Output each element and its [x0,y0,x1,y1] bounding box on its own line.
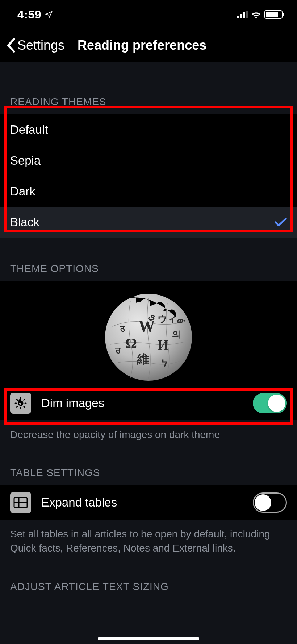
svg-line-20 [24,399,25,400]
svg-text:維: 維 [137,352,149,366]
expand-tables-label: Expand tables [41,496,243,509]
status-indicators [237,10,283,19]
theme-option-default[interactable]: Default [0,114,297,145]
theme-option-dark[interactable]: Dark [0,176,297,207]
brightness-icon [10,393,31,414]
table-settings-header: TABLE SETTINGS [0,442,297,485]
reading-themes-header: READING THEMES [0,62,297,114]
dim-images-row: Dim images [0,386,297,420]
dim-images-toggle[interactable] [253,393,287,413]
back-label: Settings [17,38,64,53]
status-bar: 4:59 [0,0,297,29]
chevron-left-icon [6,38,16,53]
svg-text:И: И [157,337,168,353]
back-button[interactable]: Settings [6,38,64,53]
expand-tables-description: Set all tables in all articles to be ope… [0,520,297,555]
theme-preview-image: W Ω И 維 ウィ ठ 의 ਰ ל ው ی [0,281,297,386]
svg-line-18 [24,406,25,407]
battery-icon [264,10,283,19]
cellular-signal-icon [237,11,248,18]
svg-text:의: 의 [172,330,181,339]
svg-text:ठ: ठ [120,324,125,334]
home-indicator[interactable] [98,637,199,640]
expand-tables-toggle[interactable] [253,492,287,513]
svg-text:ی: ی [148,311,155,321]
theme-option-sepia[interactable]: Sepia [0,145,297,176]
dim-images-label: Dim images [41,396,243,410]
table-icon [10,492,31,513]
svg-text:ל: ל [162,358,168,369]
theme-label: Dark [10,185,35,198]
svg-line-19 [17,406,17,407]
theme-label: Black [10,215,39,229]
checkmark-icon [275,218,287,227]
time-label: 4:59 [17,8,41,21]
status-time: 4:59 [17,8,53,21]
dim-images-description: Decrease the opacity of images on dark t… [0,420,297,442]
content-area: READING THEMES Default Sepia Dark Black … [0,62,297,644]
theme-options-header: THEME OPTIONS [0,238,297,281]
svg-text:Ω: Ω [125,335,137,351]
theme-label: Sepia [10,154,41,168]
expand-tables-row: Expand tables [0,485,297,520]
theme-option-black[interactable]: Black [0,207,297,238]
adjust-text-sizing-header: ADJUST ARTICLE TEXT SIZING [0,556,297,599]
svg-text:ਰ: ਰ [115,346,121,355]
navigation-bar: Settings Reading preferences [0,29,297,62]
svg-text:ウィ: ウィ [158,314,177,324]
svg-line-17 [17,399,17,400]
svg-text:ው: ው [177,316,186,325]
page-title: Reading preferences [78,38,206,53]
theme-label: Default [10,123,48,137]
location-icon [45,8,53,21]
wifi-icon [251,11,262,18]
theme-list: Default Sepia Dark Black [0,114,297,238]
